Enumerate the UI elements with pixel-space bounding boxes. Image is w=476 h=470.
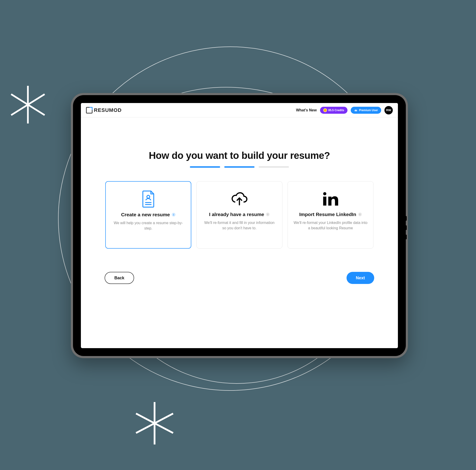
logo-mark-icon [86,107,92,113]
option-create-new[interactable]: Create a new resume i We will help you c… [105,181,191,249]
avatar-initials: RW [386,108,391,112]
svg-line-5 [136,414,173,433]
svg-rect-11 [323,196,326,206]
brand-logo[interactable]: RESUMOD [86,107,121,113]
option-title: Create a new resume [121,212,170,217]
progress-steps [190,166,289,168]
info-icon[interactable]: i [266,212,270,216]
svg-line-2 [11,94,45,115]
option-desc: We'll re-format your LinkedIn profile da… [293,220,368,231]
app-header: RESUMOD What's New 85.5 Credits Premium … [81,103,398,118]
option-desc: We will help you create a resume step-by… [111,220,185,231]
cloud-upload-icon [231,192,248,206]
next-button[interactable]: Next [347,272,374,284]
info-icon[interactable]: i [172,213,175,216]
svg-point-6 [147,195,150,198]
svg-line-1 [11,94,45,115]
avatar[interactable]: RW [384,106,393,114]
option-have-resume[interactable]: I already have a resume i We'll re-forma… [196,181,282,249]
app-screen: RESUMOD What's New 85.5 Credits Premium … [81,103,398,348]
option-title: I already have a resume [209,212,264,217]
option-title: Import Resume LinkedIn [299,212,356,217]
page-title: How do you want to build your resume? [149,150,330,161]
linkedin-icon [323,192,338,206]
brand-name: RESUMOD [94,107,121,113]
svg-point-10 [323,192,326,195]
tablet-bezel: RESUMOD What's New 85.5 Credits Premium … [73,95,406,356]
option-import-linkedin[interactable]: Import Resume LinkedIn i We'll re-format… [288,181,374,249]
premium-pill[interactable]: Premium User [351,107,381,114]
option-desc: We'll re-format it and fill in your info… [202,220,277,231]
tablet-frame: RESUMOD What's New 85.5 Credits Premium … [71,93,408,358]
whats-new-link[interactable]: What's New [296,108,317,112]
main-content: How do you want to build your resume? [81,118,398,348]
credits-pill[interactable]: 85.5 Credits [320,107,347,114]
step-indicator [259,166,289,168]
footer-actions: Back Next [105,272,374,284]
resume-doc-icon [141,191,156,208]
back-button[interactable]: Back [105,272,134,284]
coin-icon [323,108,327,112]
sparkle-icon [133,400,177,447]
step-indicator [224,166,255,168]
credits-label: 85.5 Credits [328,109,344,112]
sparkle-icon [7,84,49,126]
info-icon[interactable]: i [358,212,362,216]
step-indicator [190,166,220,168]
option-cards: Create a new resume i We will help you c… [95,181,384,249]
premium-label: Premium User [359,109,378,112]
crown-icon [354,109,358,112]
svg-line-4 [136,414,173,433]
